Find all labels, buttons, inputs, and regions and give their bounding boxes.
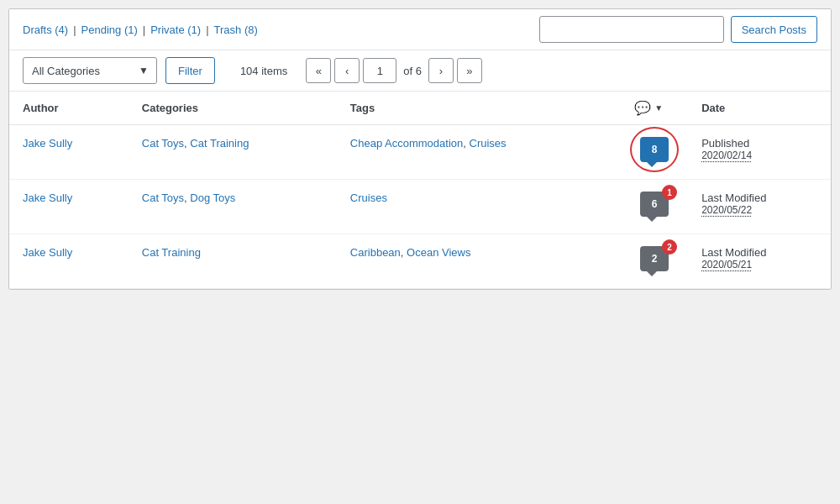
- author-link[interactable]: Jake Sully: [23, 192, 72, 204]
- table-row: Jake SullyCat TrainingCaribbean, Ocean V…: [9, 234, 831, 289]
- date-cell: Last Modified2020/05/22: [688, 180, 831, 234]
- posts-table: Author Categories Tags 💬 ▼ Date Jake Sul…: [9, 92, 831, 289]
- comment-badge: 2: [662, 239, 677, 255]
- tags-cell: Caribbean, Ocean Views: [337, 234, 621, 289]
- author-cell: Jake Sully: [9, 180, 129, 234]
- table-row: Jake SullyCat Toys, Cat TrainingCheap Ac…: [9, 125, 831, 180]
- tag-link[interactable]: Ocean Views: [407, 246, 470, 259]
- date-header: Date: [688, 92, 831, 125]
- date-label: Last Modified: [701, 246, 817, 259]
- last-page-button[interactable]: »: [457, 58, 482, 83]
- comment-bubble[interactable]: 61: [640, 192, 669, 217]
- comment-sort-arrow: ▼: [654, 103, 663, 113]
- prev-page-button[interactable]: ‹: [334, 58, 360, 83]
- comment-bubble[interactable]: 8: [640, 137, 669, 162]
- comments-header: 💬 ▼: [621, 92, 688, 125]
- comment-bubble[interactable]: 22: [640, 246, 669, 271]
- category-link[interactable]: Cat Training: [190, 137, 249, 150]
- category-link[interactable]: Dog Toys: [190, 192, 235, 204]
- pagination: « ‹ of 6 › »: [306, 58, 482, 83]
- categories-header: Categories: [129, 92, 337, 125]
- tags-header: Tags: [337, 92, 621, 125]
- first-page-button[interactable]: «: [306, 58, 331, 83]
- table-row: Jake SullyCat Toys, Dog ToysCruises61Las…: [9, 180, 831, 234]
- date-label: Published: [701, 137, 817, 150]
- author-header: Author: [9, 92, 129, 125]
- comments-cell: 61: [621, 180, 688, 234]
- categories-cell: Cat Toys, Cat Training: [129, 125, 337, 180]
- pending-link[interactable]: Pending (1): [81, 24, 138, 36]
- author-cell: Jake Sully: [9, 125, 129, 180]
- sep3: |: [201, 24, 213, 36]
- tag-link[interactable]: Cruises: [470, 137, 507, 150]
- tags-cell: Cheap Accommodation, Cruises: [337, 125, 621, 180]
- author-link[interactable]: Jake Sully: [23, 246, 72, 259]
- tags-cell: Cruises: [337, 180, 621, 234]
- tag-link[interactable]: Cruises: [350, 192, 387, 204]
- highlight-circle: 8: [640, 137, 669, 162]
- category-select-wrapper: All Categories ▼: [23, 57, 157, 84]
- date-value: 2020/02/14: [701, 150, 817, 161]
- categories-cell: Cat Toys, Dog Toys: [129, 180, 337, 234]
- date-value: 2020/05/22: [701, 204, 817, 216]
- comments-cell: 22: [621, 234, 688, 289]
- next-page-button[interactable]: ›: [428, 58, 454, 83]
- filter-bar: All Categories ▼ Filter 104 items « ‹ of…: [9, 50, 831, 92]
- search-area: Search Posts: [539, 16, 817, 43]
- search-posts-button[interactable]: Search Posts: [731, 16, 817, 43]
- sep2: |: [138, 24, 150, 36]
- tag-link[interactable]: Cheap Accommodation: [350, 137, 463, 150]
- private-link[interactable]: Private (1): [150, 24, 201, 36]
- date-value: 2020/05/21: [701, 259, 817, 270]
- status-links: Drafts (4) | Pending (1) | Private (1) |…: [23, 24, 258, 36]
- category-select[interactable]: All Categories: [23, 57, 157, 84]
- trash-link[interactable]: Trash (8): [214, 24, 258, 36]
- comment-badge: 1: [662, 185, 677, 200]
- filter-button[interactable]: Filter: [165, 57, 215, 84]
- top-bar: Drafts (4) | Pending (1) | Private (1) |…: [9, 9, 831, 50]
- drafts-link[interactable]: Drafts (4): [23, 24, 68, 36]
- category-link[interactable]: Cat Toys: [142, 192, 184, 204]
- comments-cell: 8: [621, 125, 688, 180]
- sep1: |: [68, 24, 81, 36]
- items-count: 104 items: [240, 65, 287, 77]
- categories-cell: Cat Training: [129, 234, 337, 289]
- comment-header-icon: 💬: [634, 100, 651, 116]
- page-input[interactable]: [363, 58, 396, 83]
- table-header-row: Author Categories Tags 💬 ▼ Date: [9, 92, 831, 125]
- author-cell: Jake Sully: [9, 234, 129, 289]
- search-input[interactable]: [539, 16, 724, 43]
- category-link[interactable]: Cat Toys: [142, 137, 184, 150]
- date-cell: Last Modified2020/05/21: [688, 234, 831, 289]
- tag-link[interactable]: Caribbean: [350, 246, 401, 259]
- category-link[interactable]: Cat Training: [142, 246, 201, 259]
- of-text: of 6: [400, 65, 425, 77]
- date-cell: Published2020/02/14: [688, 125, 831, 180]
- author-link[interactable]: Jake Sully: [23, 137, 72, 150]
- date-label: Last Modified: [701, 192, 817, 204]
